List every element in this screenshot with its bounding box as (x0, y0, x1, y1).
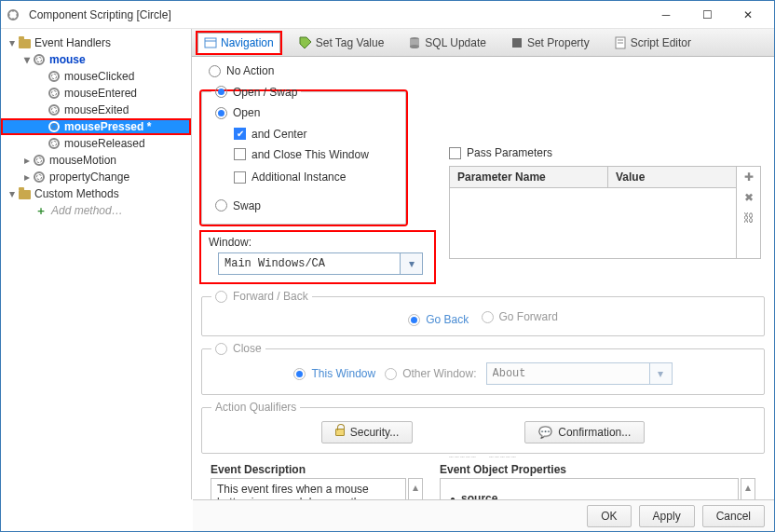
col-value: Value (608, 167, 736, 187)
nav-icon (204, 36, 217, 49)
plus-icon: ＋ (34, 204, 48, 217)
tab-sql-update[interactable]: SQL Update (402, 34, 492, 52)
tab-navigation[interactable]: Navigation (197, 33, 280, 53)
script-icon (614, 36, 627, 49)
radio-go-forward[interactable]: Go Forward (482, 310, 558, 323)
scrollbar[interactable]: ▴▾ (408, 478, 423, 499)
checkbox-pass-parameters[interactable]: Pass Parameters (449, 146, 552, 159)
checkbox-and-center[interactable]: ✔and Center (234, 128, 306, 141)
maximize-button[interactable]: ☐ (687, 2, 727, 28)
footer: OK Apply Cancel (193, 499, 774, 531)
gear-icon (48, 121, 60, 132)
gear-icon (48, 88, 60, 99)
tab-script-editor[interactable]: Script Editor (608, 34, 697, 52)
group-open-swap: Open / Swap Open ✔and Center and Close T… (201, 86, 406, 225)
titlebar: Component Scripting [Circle] ─ ☐ ✕ (1, 1, 774, 29)
window-input[interactable] (219, 253, 400, 274)
gear-icon (48, 71, 60, 82)
tree-property-change[interactable]: ▸propertyChange (1, 169, 191, 185)
tree-mouse-clicked[interactable]: mouseClicked (1, 68, 191, 85)
db-icon (408, 36, 421, 49)
window-combo[interactable]: ▾ (218, 252, 423, 275)
add-row-button[interactable]: ✚ (744, 171, 754, 184)
checkbox-and-close[interactable]: and Close This Window (234, 148, 369, 161)
event-description-label: Event Description (211, 463, 423, 476)
prop-source: source (461, 492, 497, 499)
radio-other-window[interactable]: Other Window: (385, 367, 476, 380)
other-window-combo[interactable]: ▾ (486, 362, 673, 385)
window-selector: Window: ▾ (201, 232, 434, 282)
panel: No Action Open / Swap Open ✔and Center a… (192, 57, 774, 499)
checkbox-additional-instance[interactable]: Additional Instance (234, 171, 346, 184)
confirm-icon: 💬 (538, 426, 552, 439)
tab-set-property[interactable]: Set Property (505, 34, 595, 52)
tabbar: Navigation Set Tag Value SQL Update Set … (192, 29, 774, 57)
gear-icon (48, 138, 60, 149)
gear-icon (34, 171, 45, 183)
svg-rect-5 (205, 38, 216, 48)
radio-go-back[interactable]: Go Back (408, 313, 469, 326)
delete-row-button[interactable]: ✖ (744, 191, 754, 204)
gear-icon (34, 54, 45, 65)
lock-icon (335, 429, 345, 436)
group-forward-back: Forward / Back Go Back Go Forward (201, 290, 765, 336)
pass-parameters: Pass Parameters Parameter Name Value ✚ ✖… (449, 146, 761, 259)
folder-icon (19, 190, 31, 199)
confirmation-button[interactable]: 💬Confirmation... (524, 421, 645, 443)
folder-icon (19, 39, 31, 48)
other-window-input[interactable] (487, 363, 649, 384)
ok-button[interactable]: OK (587, 505, 631, 527)
prop-icon (510, 36, 523, 49)
radio-forward-back[interactable]: Forward / Back (215, 290, 308, 303)
tab-set-tag[interactable]: Set Tag Value (293, 34, 390, 52)
col-parameter-name: Parameter Name (450, 167, 608, 187)
tree-mouse[interactable]: ▾mouse (1, 51, 191, 68)
cancel-button[interactable]: Cancel (702, 505, 765, 527)
window-label: Window: (209, 236, 427, 249)
app-icon (7, 8, 20, 21)
radio-open-swap[interactable]: Open / Swap (215, 86, 297, 99)
tree-mouse-pressed[interactable]: mousePressed * (1, 118, 191, 135)
minimize-button[interactable]: ─ (646, 2, 687, 28)
radio-close[interactable]: Close (215, 342, 262, 355)
event-props-box: ●source (440, 478, 739, 499)
gear-icon (48, 104, 60, 116)
close-button[interactable]: ✕ (727, 2, 768, 28)
tag-icon (299, 36, 312, 49)
link-button[interactable]: ⛓ (743, 211, 755, 225)
radio-this-window[interactable]: This Window (293, 367, 375, 380)
event-props-label: Event Object Properties (440, 463, 755, 476)
tree-mouse-motion[interactable]: ▸mouseMotion (1, 152, 191, 169)
sidebar: ▾Event Handlers ▾mouse mouseClicked mous… (1, 29, 192, 499)
gear-icon (34, 155, 45, 166)
window-title: Component Scripting [Circle] (29, 8, 171, 21)
lower-panel: Event Description This event fires when … (201, 459, 765, 499)
tree-mouse-exited[interactable]: mouseExited (1, 102, 191, 118)
radio-swap[interactable]: Swap (215, 199, 261, 212)
apply-button[interactable]: Apply (639, 505, 695, 527)
svg-rect-10 (512, 38, 522, 48)
tree-event-handlers[interactable]: ▾Event Handlers (1, 34, 191, 51)
tree-add-method[interactable]: ＋Add method… (1, 202, 191, 219)
group-action-qualifiers: Action Qualifiers Security... 💬Confirmat… (201, 401, 765, 454)
tree-mouse-entered[interactable]: mouseEntered (1, 85, 191, 102)
security-button[interactable]: Security... (321, 421, 413, 443)
dropdown-icon[interactable]: ▾ (649, 363, 672, 384)
tree-custom-methods[interactable]: ▾Custom Methods (1, 185, 191, 202)
radio-no-action[interactable]: No Action (209, 64, 274, 77)
radio-open[interactable]: Open (215, 106, 260, 119)
svg-point-9 (410, 45, 419, 48)
scrollbar[interactable]: ▴▾ (741, 478, 755, 499)
tree-mouse-released[interactable]: mouseReleased (1, 135, 191, 152)
group-close: Close This Window Other Window: ▾ (201, 342, 765, 395)
dropdown-icon[interactable]: ▾ (400, 253, 422, 274)
action-qualifiers-label: Action Qualifiers (215, 401, 296, 414)
param-table: Parameter Name Value ✚ ✖ ⛓ (449, 166, 761, 259)
event-description-text: This event fires when a mouse button is … (211, 478, 406, 499)
